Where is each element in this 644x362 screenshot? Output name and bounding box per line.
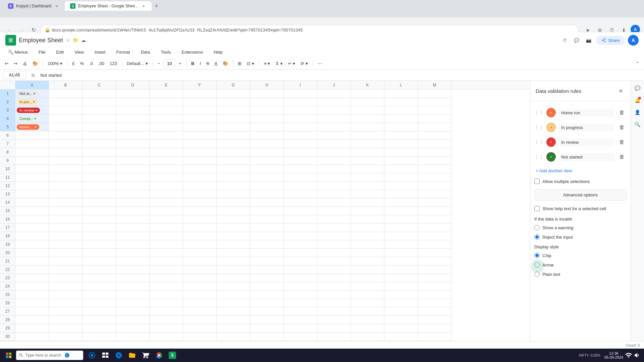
cell-row9-col3[interactable] <box>116 157 150 165</box>
cell-row20-col2[interactable] <box>83 249 116 257</box>
cell-row26-col6[interactable] <box>217 299 250 307</box>
cell-row8-col11[interactable] <box>384 148 418 157</box>
cell-row7-col9[interactable] <box>317 140 351 148</box>
row-num-14[interactable]: 14 <box>0 198 15 207</box>
sheets-tab-close[interactable]: ✕ <box>141 3 146 9</box>
cell-row11-col11[interactable] <box>384 173 418 182</box>
cell-row28-col4[interactable] <box>150 316 183 324</box>
menu-insert[interactable]: Insert <box>92 48 108 56</box>
cell-row26-col1[interactable] <box>49 299 83 307</box>
cell-row7-col12[interactable] <box>418 140 451 148</box>
cell-row28-col10[interactable] <box>351 316 384 324</box>
cell-row21-col3[interactable] <box>116 257 150 265</box>
cell-row20-col6[interactable] <box>217 249 250 257</box>
cell-row7-col6[interactable] <box>217 140 250 148</box>
font-select[interactable]: Default... ▾ <box>125 59 150 68</box>
cell-row10-col2[interactable] <box>83 165 116 173</box>
font-increase-button[interactable]: + <box>177 59 183 68</box>
cell-row30-col1[interactable] <box>49 333 83 341</box>
align-h-button[interactable]: ≡ ▾ <box>262 59 272 68</box>
color-picker-inreview[interactable]: ▾ <box>546 137 556 147</box>
delete-rule-notstarted[interactable]: 🗑 <box>617 152 627 162</box>
row-num-16[interactable]: 16 <box>0 215 15 224</box>
cell-row9-col0[interactable] <box>15 157 49 165</box>
cell-row21-col0[interactable] <box>15 257 49 265</box>
cell-row25-col6[interactable] <box>217 291 250 299</box>
cell-B4[interactable] <box>49 115 83 123</box>
cell-row18-col12[interactable] <box>418 232 451 240</box>
cell-row6-col2[interactable] <box>83 131 116 140</box>
row-num-22[interactable]: 22 <box>0 265 15 274</box>
cell-row7-col10[interactable] <box>351 140 384 148</box>
cell-row27-col10[interactable] <box>351 307 384 316</box>
cell-row20-col3[interactable] <box>116 249 150 257</box>
cell-J5[interactable] <box>317 123 351 131</box>
cell-row30-col2[interactable] <box>83 333 116 341</box>
cell-row27-col0[interactable] <box>15 307 49 316</box>
delete-rule-homerun[interactable]: 🗑 <box>617 108 627 117</box>
row-num-3[interactable]: 3 <box>0 106 15 115</box>
chip-in-review[interactable]: In review ▾ <box>17 108 40 113</box>
cell-row14-col7[interactable] <box>250 198 284 207</box>
cell-I3[interactable] <box>284 106 317 115</box>
cell-row7-col11[interactable] <box>384 140 418 148</box>
advanced-options-button[interactable]: Advanced options <box>534 189 627 200</box>
cell-row13-col7[interactable] <box>250 190 284 198</box>
taskbar-file-explorer-icon[interactable] <box>126 349 138 361</box>
cell-row12-col10[interactable] <box>351 182 384 190</box>
row-num-26[interactable]: 26 <box>0 299 15 307</box>
cell-row13-col5[interactable] <box>183 190 217 198</box>
cell-row30-col6[interactable] <box>217 333 250 341</box>
cell-row16-col2[interactable] <box>83 215 116 224</box>
meet-btn[interactable]: 📷 <box>584 36 593 45</box>
cell-row19-col8[interactable] <box>284 240 317 249</box>
cell-H4[interactable] <box>250 115 284 123</box>
undo-button[interactable]: ↩ <box>3 59 10 68</box>
cell-row23-col9[interactable] <box>317 274 351 282</box>
cell-row12-col4[interactable] <box>150 182 183 190</box>
cell-row19-col7[interactable] <box>250 240 284 249</box>
cell-D3[interactable] <box>116 106 150 115</box>
menu-file[interactable]: File <box>36 48 48 56</box>
fill-color-button[interactable]: 🎨 <box>221 59 230 68</box>
cell-row20-col10[interactable] <box>351 249 384 257</box>
cell-I4[interactable] <box>284 115 317 123</box>
cell-row14-col12[interactable] <box>418 198 451 207</box>
cell-row23-col3[interactable] <box>116 274 150 282</box>
font-size-input[interactable]: 10 <box>163 59 175 67</box>
cell-row21-col2[interactable] <box>83 257 116 265</box>
cell-row15-col2[interactable] <box>83 207 116 215</box>
cell-row26-col10[interactable] <box>351 299 384 307</box>
cell-row9-col9[interactable] <box>317 157 351 165</box>
share-button[interactable]: Share <box>596 36 625 45</box>
cell-row17-col10[interactable] <box>351 224 384 232</box>
italic-button[interactable]: I <box>198 59 203 68</box>
cell-row15-col3[interactable] <box>116 207 150 215</box>
cell-row17-col1[interactable] <box>49 224 83 232</box>
cell-E1[interactable] <box>150 89 183 98</box>
cell-F2[interactable] <box>183 98 217 106</box>
cell-row14-col3[interactable] <box>116 198 150 207</box>
cell-row11-col1[interactable] <box>49 173 83 182</box>
cell-row24-col2[interactable] <box>83 282 116 291</box>
cell-row6-col7[interactable] <box>250 131 284 140</box>
row-num-21[interactable]: 21 <box>0 257 15 265</box>
edge-search-icon[interactable]: 🔍 <box>633 120 642 129</box>
edge-notification-icon[interactable]: 🔔 <box>633 96 642 105</box>
cell-row13-col2[interactable] <box>83 190 116 198</box>
row-num-28[interactable]: 28 <box>0 316 15 324</box>
reject-input-radio[interactable] <box>534 234 540 240</box>
cell-row22-col8[interactable] <box>284 265 317 274</box>
cell-row28-col1[interactable] <box>49 316 83 324</box>
cell-row9-col2[interactable] <box>83 157 116 165</box>
cell-row26-col2[interactable] <box>83 299 116 307</box>
cell-H3[interactable] <box>250 106 284 115</box>
row-num-5[interactable]: 5 <box>0 123 15 131</box>
redo-button[interactable]: ↪ <box>12 59 19 68</box>
cell-row9-col11[interactable] <box>384 157 418 165</box>
cell-row26-col0[interactable] <box>15 299 49 307</box>
cell-row7-col3[interactable] <box>116 140 150 148</box>
cell-row7-col7[interactable] <box>250 140 284 148</box>
cell-row19-col2[interactable] <box>83 240 116 249</box>
cell-row26-col8[interactable] <box>284 299 317 307</box>
